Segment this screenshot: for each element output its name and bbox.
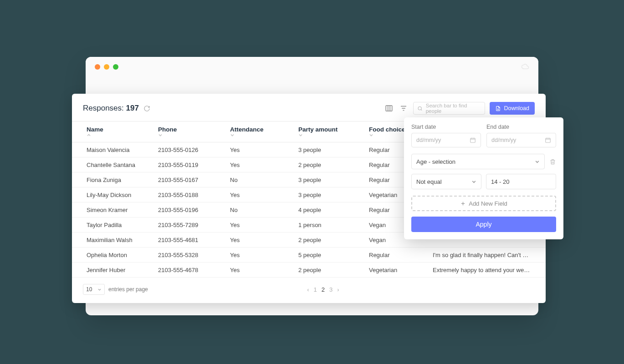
- filter-popover: Start date dd/mm/yy End date dd/mm/yy Ag…: [404, 117, 563, 239]
- col-party[interactable]: Party amount: [287, 121, 358, 142]
- download-label: Download: [504, 105, 529, 111]
- svg-rect-3: [546, 138, 551, 142]
- cell-party: 3 people: [287, 142, 358, 157]
- end-date-label: End date: [486, 124, 556, 130]
- table-footer: 10 entries per page ‹ 1 2 3 ›: [72, 278, 546, 303]
- sort-asc-icon: [87, 133, 143, 137]
- prev-page[interactable]: ‹: [307, 286, 309, 293]
- calendar-icon: [470, 137, 476, 143]
- calendar-icon: [545, 137, 551, 143]
- cell-attendance: Yes: [219, 263, 287, 278]
- cell-name: Jennifer Huber: [72, 263, 147, 278]
- cell-food: Regular: [358, 248, 422, 263]
- cell-attendance: Yes: [219, 187, 287, 202]
- cell-attendance: No: [219, 172, 287, 187]
- responses-heading: Responses: 197: [83, 104, 139, 113]
- cell-party: 3 people: [287, 187, 358, 202]
- search-icon: [417, 106, 423, 111]
- filter-icon[interactable]: [399, 103, 409, 113]
- chevron-down-icon: [230, 133, 284, 137]
- plus-icon: [460, 201, 466, 207]
- cell-attendance: Yes: [219, 233, 287, 248]
- download-icon: [495, 106, 501, 111]
- col-attendance[interactable]: Attendance: [219, 121, 287, 142]
- cell-phone: 2103-555-0188: [147, 187, 219, 202]
- traffic-lights: [95, 64, 118, 70]
- table-row[interactable]: Ophelia Morton2103-555-5328Yes5 peopleRe…: [72, 248, 546, 263]
- download-button[interactable]: Download: [490, 102, 535, 115]
- page-1[interactable]: 1: [314, 286, 317, 293]
- add-field-label: Add New Field: [469, 200, 507, 207]
- filter-value: 14 - 20: [491, 178, 509, 185]
- col-phone[interactable]: Phone: [147, 121, 219, 142]
- filter-field-select[interactable]: Age - selection: [411, 154, 545, 169]
- cell-phone: 2103-555-5328: [147, 248, 219, 263]
- date-placeholder: dd/mm/yy: [416, 137, 441, 143]
- cell-name: Ophelia Morton: [72, 248, 147, 263]
- cell-name: Maison Valencia: [72, 142, 147, 157]
- page-2[interactable]: 2: [322, 286, 325, 293]
- cell-attendance: Yes: [219, 142, 287, 157]
- cell-food: Vegetarian: [358, 263, 422, 278]
- apply-button[interactable]: Apply: [411, 217, 556, 232]
- entries-per-page-select[interactable]: 10: [83, 284, 105, 295]
- cell-phone: 2103-555-0167: [147, 172, 219, 187]
- svg-rect-2: [471, 138, 476, 142]
- title-bar: [86, 57, 538, 77]
- minimize-window-button[interactable]: [104, 64, 109, 70]
- cell-phone: 2103-555-4678: [147, 263, 219, 278]
- table-row[interactable]: Jennifer Huber2103-555-4678Yes2 peopleVe…: [72, 263, 546, 278]
- chevron-down-icon: [471, 179, 476, 184]
- cell-phone: 2103-555-4681: [147, 233, 219, 248]
- filter-field-value: Age - selection: [416, 158, 455, 165]
- cell-phone: 2103-555-0126: [147, 142, 219, 157]
- refresh-button[interactable]: [143, 105, 150, 112]
- cell-party: 2 people: [287, 233, 358, 248]
- search-input[interactable]: Search bar to find people: [413, 102, 485, 115]
- col-name[interactable]: Name: [72, 121, 147, 142]
- cell-party: 3 people: [287, 172, 358, 187]
- cell-party: 2 people: [287, 263, 358, 278]
- cell-attendance: Yes: [219, 217, 287, 233]
- end-date-input[interactable]: dd/mm/yy: [486, 133, 556, 147]
- entries-label: entries per page: [108, 286, 148, 293]
- cell-party: 2 people: [287, 157, 358, 172]
- apply-label: Apply: [476, 221, 491, 228]
- cell-attendance: No: [219, 202, 287, 217]
- svg-rect-0: [386, 106, 393, 111]
- toolbar: Responses: 197 Search bar to find people…: [72, 94, 546, 121]
- next-page[interactable]: ›: [337, 286, 339, 293]
- cell-name: Fiona Zuniga: [72, 172, 147, 187]
- cell-message: Extremely happy to attend your wedding…: [422, 263, 546, 278]
- cell-message: I'm so glad it finally happen! Can't wai…: [422, 248, 546, 263]
- chevron-down-icon: [97, 288, 102, 292]
- cell-name: Maximilian Walsh: [72, 233, 147, 248]
- cell-name: Simeon Kramer: [72, 202, 147, 217]
- cell-phone: 2103-555-7289: [147, 217, 219, 233]
- cell-attendance: Yes: [219, 157, 287, 172]
- page-3[interactable]: 3: [329, 286, 332, 293]
- cell-party: 4 people: [287, 202, 358, 217]
- cell-party: 5 people: [287, 248, 358, 263]
- sync-icon: [521, 64, 529, 70]
- svg-point-1: [418, 106, 421, 110]
- chevron-down-icon: [298, 133, 354, 137]
- filter-value-input[interactable]: 14 - 20: [486, 174, 556, 189]
- start-date-input[interactable]: dd/mm/yy: [411, 133, 481, 147]
- entries-value: 10: [86, 286, 92, 293]
- start-date-label: Start date: [411, 124, 481, 130]
- filter-condition-select[interactable]: Not equal: [411, 174, 481, 189]
- close-window-button[interactable]: [95, 64, 100, 70]
- delete-filter-button[interactable]: [549, 158, 556, 165]
- maximize-window-button[interactable]: [113, 64, 118, 70]
- chevron-down-icon: [158, 133, 215, 137]
- cell-phone: 2103-555-0119: [147, 157, 219, 172]
- columns-icon[interactable]: [384, 103, 394, 113]
- cell-name: Chantelle Santana: [72, 157, 147, 172]
- search-placeholder: Search bar to find people: [426, 103, 481, 114]
- cell-name: Lily-May Dickson: [72, 187, 147, 202]
- cell-phone: 2103-555-0196: [147, 202, 219, 217]
- add-new-field-button[interactable]: Add New Field: [411, 196, 556, 211]
- cell-name: Taylor Padilla: [72, 217, 147, 233]
- date-placeholder: dd/mm/yy: [491, 137, 516, 143]
